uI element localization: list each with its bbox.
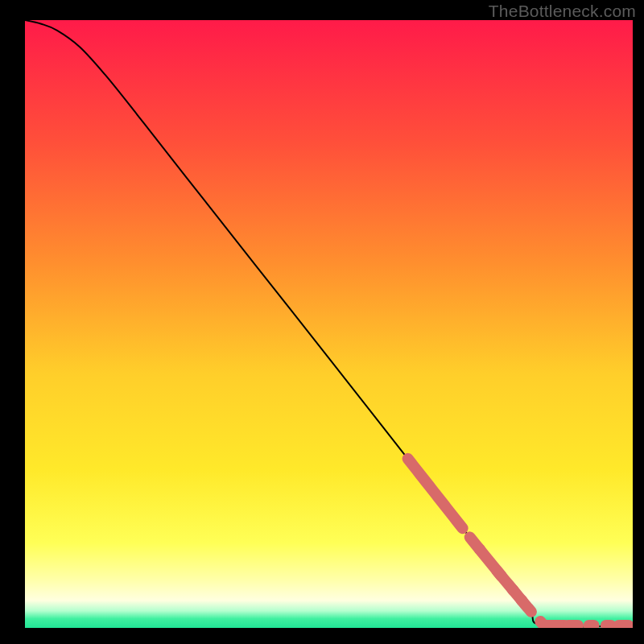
marker-cluster — [540, 621, 564, 625]
plot-area — [25, 20, 633, 628]
watermark-text: TheBottleneck.com — [489, 2, 636, 21]
marker-cluster — [522, 601, 531, 612]
chart-svg — [25, 20, 633, 628]
chart-stage: TheBottleneck.com — [0, 0, 644, 644]
gradient-background — [25, 20, 633, 628]
